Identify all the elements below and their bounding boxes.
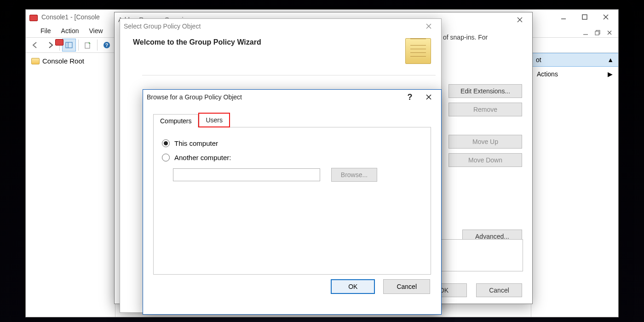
browse-title: Browse for a Group Policy Object: [147, 93, 242, 101]
maximize-button[interactable]: [574, 10, 595, 24]
move-up-button[interactable]: Move Up: [448, 135, 522, 149]
svg-rect-6: [595, 31, 599, 35]
radio-label: This computer: [174, 139, 218, 147]
tree-item-label: Console Root: [42, 57, 84, 65]
radio-icon-selected: [162, 139, 170, 147]
export-list-button[interactable]: [81, 39, 95, 52]
radio-this-computer[interactable]: This computer: [162, 139, 422, 147]
help-button[interactable]: ?: [100, 39, 114, 52]
edit-extensions-button[interactable]: Edit Extensions...: [448, 84, 522, 98]
mdi-restore-button[interactable]: [592, 27, 604, 38]
close-button[interactable]: [595, 10, 616, 24]
actions-pane: ot ▲ Actions ▶: [531, 53, 618, 317]
actions-header[interactable]: ot ▲: [531, 53, 618, 67]
folder-icon: [31, 58, 40, 64]
svg-text:?: ?: [105, 42, 109, 48]
tab-computers[interactable]: Computers: [153, 114, 198, 127]
snapin-cancel-button[interactable]: Cancel: [476, 283, 522, 297]
browse-computer-button[interactable]: Browse...: [331, 168, 377, 182]
wizard-title: Select Group Policy Object: [124, 23, 201, 30]
wizard-titlebar[interactable]: Select Group Policy Object: [120, 19, 441, 34]
close-button[interactable]: [418, 19, 439, 34]
tab-users[interactable]: Users: [198, 113, 230, 127]
radio-icon-unselected: [162, 154, 170, 161]
mdi-close-button[interactable]: [604, 27, 615, 38]
mmc-title: Console1 - [Console: [41, 13, 100, 21]
radio-label: Another computer:: [174, 154, 231, 161]
help-button[interactable]: ?: [402, 92, 418, 102]
doc-icon: [55, 39, 63, 46]
menu-view[interactable]: View: [89, 27, 103, 34]
radio-another-computer[interactable]: Another computer:: [162, 154, 422, 161]
menu-file[interactable]: File: [40, 27, 51, 34]
separator: [97, 40, 98, 51]
remove-button[interactable]: Remove: [448, 103, 522, 116]
actions-more[interactable]: Actions ▶: [531, 67, 618, 81]
menu-action[interactable]: Action: [61, 27, 79, 34]
tree-item-console-root[interactable]: Console Root: [29, 56, 111, 66]
console-tree[interactable]: Console Root: [26, 53, 115, 317]
mdi-minimize-button[interactable]: [580, 27, 592, 38]
chevron-right-icon: ▶: [608, 70, 613, 78]
browse-gpo-dialog: Browse for a Group Policy Object ? Compu…: [143, 89, 442, 315]
mdi-window-controls: [580, 27, 615, 38]
mmc-app-icon: [29, 15, 38, 21]
browse-ok-button[interactable]: OK: [331, 279, 375, 294]
scroll-icon: [405, 38, 431, 64]
minimize-button[interactable]: [553, 10, 574, 24]
gpo-tabs: Computers Users: [153, 113, 431, 127]
close-button[interactable]: [509, 12, 530, 27]
svg-rect-1: [582, 15, 587, 19]
back-button[interactable]: [29, 39, 42, 52]
show-hide-tree-button[interactable]: [62, 39, 76, 52]
close-button[interactable]: [418, 90, 439, 104]
move-down-button[interactable]: Move Down: [448, 153, 522, 167]
svg-rect-9: [66, 42, 72, 48]
browse-titlebar[interactable]: Browse for a Group Policy Object ?: [143, 90, 441, 104]
collapse-up-icon[interactable]: ▲: [607, 56, 614, 63]
tab-computers-page: This computer Another computer: Browse..…: [153, 127, 431, 275]
computer-name-input[interactable]: [173, 168, 320, 181]
browse-cancel-button[interactable]: Cancel: [383, 279, 430, 294]
wizard-welcome-heading: Welcome to the Group Policy Wizard: [133, 38, 261, 46]
separator: [78, 40, 79, 51]
